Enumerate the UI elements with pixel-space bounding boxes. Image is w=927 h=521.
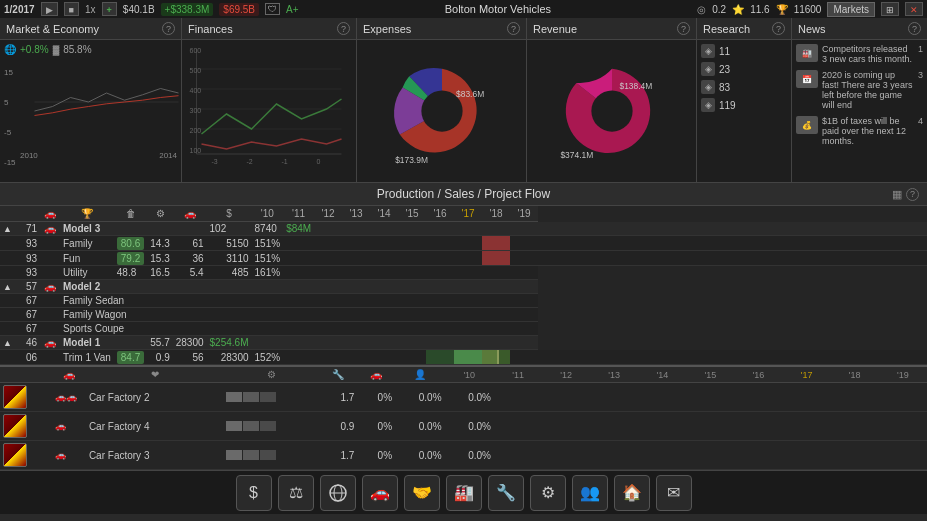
table-row[interactable]: 93 Utility 48.8 16.5 5.4 485 161%: [0, 266, 927, 280]
row-t12: [342, 251, 370, 266]
table-row[interactable]: 93 Fun 79.2 15.3 36 3110 151%: [0, 251, 927, 266]
row-timeline: [252, 294, 539, 308]
house-nav-button[interactable]: 🏠: [614, 475, 650, 511]
factory-val4: 0.0%: [445, 383, 494, 412]
svg-text:-2: -2: [247, 158, 253, 165]
fcol-y18: '18: [831, 367, 879, 383]
news-num-2: 3: [918, 70, 923, 80]
expenses-header: Expenses ?: [357, 18, 526, 40]
row-name: Sports Coupe: [60, 322, 252, 336]
car-nav-button[interactable]: 🚗: [362, 475, 398, 511]
row-name: Model 1: [60, 336, 147, 350]
row-col6: 5.4: [173, 266, 207, 280]
table-row[interactable]: ▲ 71 🚗 Model 3 102 8740 $84M: [0, 222, 927, 236]
row-rating: 79.2: [114, 251, 147, 266]
row-icon: [40, 251, 60, 266]
news-info-icon[interactable]: ?: [908, 22, 921, 35]
globe-nav-button[interactable]: [320, 475, 356, 511]
row-icon: [40, 322, 60, 336]
y-axis-labels: 15 5 -5 -15: [4, 57, 20, 178]
research-header: Research ?: [697, 18, 791, 40]
table-row[interactable]: 06 Trim 1 Van 84.7 0.9 56 28300 152%: [0, 350, 927, 365]
handshake-nav-button[interactable]: 🤝: [404, 475, 440, 511]
rating-label: 0.2: [712, 4, 726, 15]
factory-val2: 0%: [357, 383, 395, 412]
close-button[interactable]: ✕: [905, 2, 923, 16]
news-num-1: 1: [918, 44, 923, 54]
row-arrow: [0, 236, 18, 251]
fcol-wrench: 🔧: [320, 367, 358, 383]
markets-btn[interactable]: Markets: [827, 2, 875, 17]
revenue-content: $138.4M $374.1M: [527, 40, 696, 182]
row-t11: [314, 350, 342, 365]
money-nav-button[interactable]: $: [236, 475, 272, 511]
fcol-heart: ❤: [86, 367, 223, 383]
row-col7: 5150: [207, 236, 252, 251]
fcol-y16: '16: [734, 367, 782, 383]
expand-button[interactable]: ⊞: [881, 2, 899, 16]
bottom-bar: $ ⚖ 🚗 🤝 🏭 🔧 ⚙ 👥 🏠 ✉: [0, 470, 927, 514]
credit-icon: 🛡: [265, 3, 280, 15]
finances-panel: Finances ? 600 500 400 300 20: [182, 18, 357, 182]
row-name: Trim 1 Van: [60, 350, 114, 365]
row-t17: [482, 236, 510, 251]
table-row[interactable]: 67 Family Sedan: [0, 294, 927, 308]
factory-icon-cell: [0, 383, 52, 412]
row-name: Family: [60, 236, 114, 251]
table-scroll[interactable]: 🚗 🏆 🗑 ⚙ 🚗 $ '10 '11 '12 '13 '14 '15 '16 …: [0, 206, 927, 470]
news-item-2[interactable]: 📅 2020 is coming up fast! There are 3 ye…: [796, 70, 923, 110]
revenue-info-icon[interactable]: ?: [677, 22, 690, 35]
market-header: Market & Economy ?: [0, 18, 181, 40]
row-t19: [538, 251, 927, 266]
factory-timeline: [494, 412, 927, 441]
news-num-3: 4: [918, 116, 923, 126]
settings-nav-button[interactable]: ⚙: [530, 475, 566, 511]
factory-val3: 0.0%: [395, 412, 444, 441]
star-icon: ⭐: [732, 4, 744, 15]
market-info-icon[interactable]: ?: [162, 22, 175, 35]
row-t16: [454, 350, 482, 365]
factory-nav-button[interactable]: 🏭: [446, 475, 482, 511]
row-icon: [40, 308, 60, 322]
table-row[interactable]: ▲ 46 🚗 Model 1 55.7 28300 $254.6M: [0, 336, 927, 350]
table-row[interactable]: 93 Family 80.6 14.3 61 5150 151%: [0, 236, 927, 251]
factory-row[interactable]: 🚗🚗Car Factory 2 1.7 0% 0.0% 0.0%: [0, 383, 927, 412]
panels-row: Market & Economy ? 🌐 +0.8% ▓ 85.8% 15 5 …: [0, 18, 927, 183]
factory-row[interactable]: 🚗Car Factory 3 1.7 0% 0.0% 0.0%: [0, 441, 927, 470]
people-nav-button[interactable]: 👥: [572, 475, 608, 511]
main-area: Production / Sales / Project Flow ▦ ? 🚗 …: [0, 183, 927, 470]
finances-info-icon[interactable]: ?: [337, 22, 350, 35]
table-grid-icon[interactable]: ▦: [892, 188, 902, 201]
factory-val3: 0.0%: [395, 441, 444, 470]
factory-val1: 1.7: [320, 383, 358, 412]
row-t17: [482, 251, 510, 266]
row-name: Model 2: [60, 280, 252, 294]
news-item-3[interactable]: 💰 $1B of taxes will be paid over the nex…: [796, 116, 923, 146]
svg-text:$374.1M: $374.1M: [560, 150, 593, 160]
row-name: Utility: [60, 266, 114, 280]
table-row[interactable]: ▲ 57 🚗 Model 2: [0, 280, 927, 294]
factory-color-bar-1: [223, 383, 319, 412]
news-panel: News ? 🏭 Competitors released 3 new cars…: [792, 18, 927, 182]
stop-button[interactable]: ■: [64, 2, 79, 16]
row-t13: [370, 251, 398, 266]
table-info-icon[interactable]: ?: [906, 188, 919, 201]
row-name: Fun: [60, 251, 114, 266]
table-row[interactable]: 67 Family Wagon: [0, 308, 927, 322]
tools-nav-button[interactable]: 🔧: [488, 475, 524, 511]
row-arrow: [0, 322, 18, 336]
research-info-icon[interactable]: ?: [772, 22, 785, 35]
fcol-y10: '10: [445, 367, 494, 383]
row-pct: 161%: [252, 266, 284, 280]
add-button[interactable]: +: [102, 2, 117, 16]
factory-row[interactable]: 🚗Car Factory 4 0.9 0% 0.0% 0.0%: [0, 412, 927, 441]
table-row[interactable]: 67 Sports Coupe: [0, 322, 927, 336]
factory-icon-cell: [0, 441, 52, 470]
factory-val4: 0.0%: [445, 441, 494, 470]
mail-nav-button[interactable]: ✉: [656, 475, 692, 511]
play-button[interactable]: ▶: [41, 2, 58, 16]
news-item-1[interactable]: 🏭 Competitors released 3 new cars this m…: [796, 44, 923, 64]
balance-nav-button[interactable]: ⚖: [278, 475, 314, 511]
col-num: [18, 206, 40, 222]
expenses-info-icon[interactable]: ?: [507, 22, 520, 35]
